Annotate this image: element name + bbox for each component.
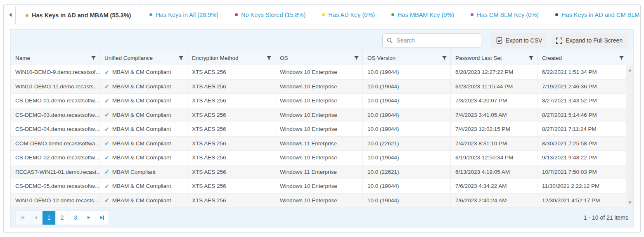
search-box[interactable] <box>382 33 481 47</box>
tab-status-dot <box>149 13 152 16</box>
compliance-label: MBAM & CM Compliant <box>112 83 171 90</box>
filter-icon[interactable] <box>528 55 534 61</box>
cell-created: 8/27/2021 3:43:52 PM <box>537 94 626 108</box>
column-header-os[interactable]: OS <box>275 51 363 65</box>
pager-prev-button[interactable] <box>29 211 43 225</box>
compliance-label: MBAM & CM Compliant <box>112 97 171 104</box>
cell-name: RECAST-WIN11-01.demo.recast... <box>11 165 100 179</box>
cell-os-version: 10.0 (19044) <box>363 122 451 136</box>
cell-compliance: ✓MBAM & CM Compliant <box>100 137 187 151</box>
cell-password-last-set: 6/28/2023 12:27:22 PM <box>451 65 537 79</box>
tab[interactable]: No Keys Stored (15.8%) <box>227 5 314 24</box>
table-row[interactable]: RECAST-WIN11-01.demo.recast...✓MBAM Comp… <box>11 165 626 180</box>
cell-password-last-set: 7/3/2023 4:20:07 PM <box>451 94 537 108</box>
tab[interactable]: Has Keys in All (28.9%) <box>141 5 227 24</box>
tab-label: Has MBAM Key (0%) <box>398 12 454 18</box>
cell-os: Windows 10 Enterprise <box>275 151 363 165</box>
cell-name: WIN10-DEMO-11.demo.recasts... <box>11 80 100 94</box>
compliance-check-icon: ✓ <box>104 126 109 133</box>
column-header-password-last-set[interactable]: Password Last Set <box>451 51 537 65</box>
tab-status-dot <box>471 13 474 16</box>
tab[interactable]: Has MBAM Key (0%) <box>383 5 462 24</box>
cell-compliance: ✓MBAM & CM Compliant <box>100 194 187 208</box>
table-row[interactable]: WIN10-DEMO-11.demo.recasts...✓MBAM & CM … <box>11 80 626 94</box>
search-input[interactable] <box>397 37 477 44</box>
table-row[interactable]: CS-DEMO-03.demo.recastsoftw...✓MBAM & CM… <box>11 108 626 123</box>
compliance-label: MBAM Compliant <box>112 169 156 175</box>
compliance-check-icon: ✓ <box>104 154 109 161</box>
tab[interactable]: Has AD Key (0%) <box>314 5 383 24</box>
table-row[interactable]: CS-DEMO-01.demo.recastsoftw...✓MBAM & CM… <box>11 94 626 108</box>
pager-last-icon <box>100 216 103 219</box>
column-header-label: Name <box>15 55 30 61</box>
vertical-scrollbar[interactable] <box>626 65 633 208</box>
filter-icon[interactable] <box>266 55 272 61</box>
table-row[interactable]: CS-DEMO-05.demo.recastsoftw...✓MBAM & CM… <box>11 179 626 194</box>
cell-compliance: ✓MBAM Compliant <box>100 165 187 179</box>
search-icon <box>387 38 393 44</box>
column-header-name[interactable]: Name <box>11 51 100 65</box>
tab-scroll-left-button[interactable] <box>5 5 15 24</box>
cell-encryption: XTS AES 256 <box>187 80 275 94</box>
cell-name: CS-DEMO-02.demo.recastsoftw... <box>11 151 100 165</box>
column-header-created[interactable]: Created <box>537 51 633 65</box>
table-row[interactable]: WIN10-DEMO-9.demo.recastsof...✓MBAM & CM… <box>11 65 626 80</box>
pager-prev-icon <box>35 216 37 219</box>
cell-os-version: 10.0 (22621) <box>363 137 451 151</box>
pager-next-button[interactable] <box>82 211 95 225</box>
compliance-label: MBAM & CM Compliant <box>112 112 171 118</box>
filter-icon[interactable] <box>178 55 184 61</box>
column-header-label: Encryption Method <box>192 55 239 61</box>
tab[interactable]: Has Keys in AD and CM BLM (0%) <box>547 5 640 24</box>
filter-icon[interactable] <box>91 55 96 61</box>
compliance-check-icon: ✓ <box>104 168 109 175</box>
cell-os: Windows 10 Enterprise <box>275 194 363 208</box>
scroll-down-icon[interactable] <box>628 201 632 204</box>
column-header-unified-compliance[interactable]: Unified Compliance <box>100 51 187 65</box>
table-row[interactable]: CS-DEMO-04.demo.recastsoftw...✓MBAM & CM… <box>11 122 626 137</box>
expand-fullscreen-button[interactable]: Expand to Full Screen <box>551 33 627 48</box>
cell-compliance: ✓MBAM & CM Compliant <box>100 108 187 122</box>
cell-encryption: XTS AES 256 <box>187 194 275 208</box>
tab[interactable]: Has CM BLM Key (0%) <box>462 5 547 24</box>
cell-name: CS-DEMO-01.demo.recastsoftw... <box>11 94 100 108</box>
pager-first-button[interactable] <box>16 211 29 225</box>
cell-created: 7/19/2021 2:46:36 PM <box>537 80 626 94</box>
pager-first-icon <box>21 216 21 220</box>
cell-password-last-set: 7/4/2023 12:02:15 PM <box>451 122 537 136</box>
tab-active[interactable]: Has Keys in AD and MBAM (55.3%) <box>15 6 141 24</box>
pager-page[interactable]: 3 <box>69 211 82 225</box>
pager-bar: 123 1 - 10 of 21 items <box>11 208 633 227</box>
pager-summary: 1 - 10 of 21 items <box>584 214 628 221</box>
export-csv-button[interactable]: Export to CSV <box>491 33 547 48</box>
table-row[interactable]: COM-DEMO.demo.recastsoftwa...✓MBAM & CM … <box>11 137 626 151</box>
cell-os: Windows 11 Enterprise <box>275 137 363 151</box>
cell-encryption: XTS AES 256 <box>187 179 275 193</box>
filter-icon[interactable] <box>619 55 624 61</box>
compliance-label: MBAM & CM Compliant <box>112 140 171 147</box>
scroll-up-icon[interactable] <box>628 69 632 71</box>
pager: 123 <box>16 211 109 225</box>
cell-os-version: 10.0 (19044) <box>363 151 451 165</box>
tab-label: Has Keys in AD and CM BLM (0%) <box>561 12 640 18</box>
tab-label: Has CM BLM Key (0%) <box>477 12 539 18</box>
pager-first-icon <box>22 216 24 219</box>
table-row[interactable]: WIN10-DEMO-12.demo.recasts...✓MBAM & CM … <box>11 194 626 208</box>
column-header-encryption-method[interactable]: Encryption Method <box>187 51 275 65</box>
filter-icon[interactable] <box>442 55 447 61</box>
cell-os: Windows 10 Enterprise <box>275 94 363 108</box>
cell-compliance: ✓MBAM & CM Compliant <box>100 65 187 79</box>
cell-os: Windows 10 Enterprise <box>275 108 363 122</box>
table-row[interactable]: CS-DEMO-02.demo.recastsoftw...✓MBAM & CM… <box>11 151 626 165</box>
filter-icon[interactable] <box>354 55 359 61</box>
pager-last-button[interactable] <box>95 211 109 225</box>
column-header-label: OS Version <box>367 55 395 61</box>
cell-os-version: 10.0 (19044) <box>363 80 451 94</box>
compliance-check-icon: ✓ <box>104 69 109 76</box>
column-header-os-version[interactable]: OS Version <box>363 51 451 65</box>
cell-name: COM-DEMO.demo.recastsoftwa... <box>11 137 100 151</box>
report-panel: Has Keys in AD and MBAM (55.3%)Has Keys … <box>3 4 641 233</box>
pager-page-current[interactable]: 1 <box>43 211 56 225</box>
pager-page[interactable]: 2 <box>56 211 69 225</box>
compliance-check-icon: ✓ <box>104 140 109 147</box>
